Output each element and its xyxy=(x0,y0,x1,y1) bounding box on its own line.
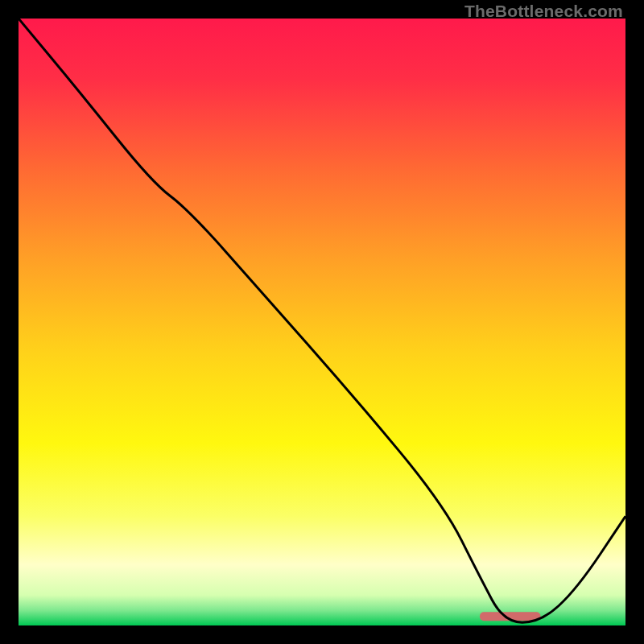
chart-svg xyxy=(19,19,625,625)
chart-frame xyxy=(19,19,625,625)
chart-background xyxy=(19,19,625,625)
watermark-text: TheBottleneck.com xyxy=(464,2,623,21)
